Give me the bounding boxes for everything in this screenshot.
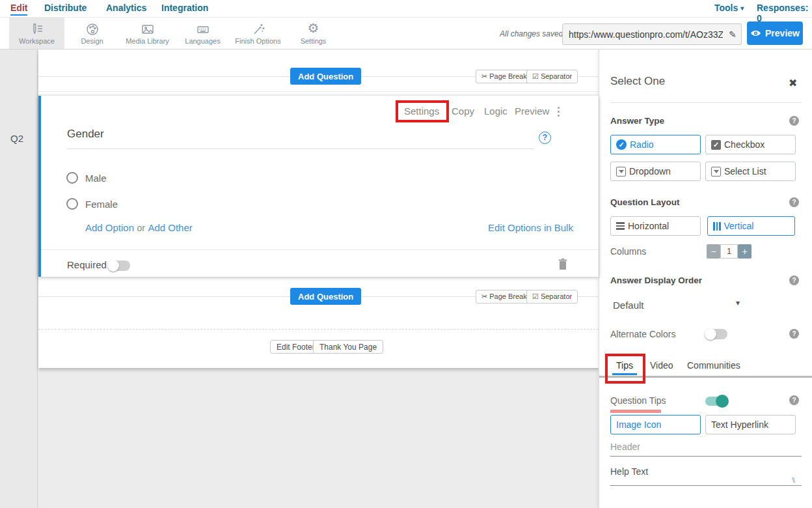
edit-options-in-bulk-link[interactable]: Edit Options in Bulk bbox=[488, 222, 573, 233]
radio-selected-icon: ✓ bbox=[616, 139, 627, 150]
columns-value[interactable]: 1 bbox=[720, 244, 738, 259]
workspace-icon bbox=[9, 20, 64, 36]
help-icon[interactable]: ? bbox=[789, 395, 799, 405]
editor-content: Q2 Add Question ✂Page Break ☑Separator S… bbox=[0, 49, 812, 508]
toolbar-tab-workspace[interactable]: Workspace bbox=[9, 18, 64, 49]
page-break-button-top[interactable]: ✂Page Break bbox=[476, 70, 533, 83]
header-input[interactable] bbox=[610, 440, 802, 457]
survey-url-input[interactable] bbox=[563, 29, 724, 40]
columns-increase-button[interactable]: + bbox=[738, 244, 751, 259]
horizontal-lines-icon bbox=[616, 222, 625, 230]
help-icon[interactable]: ? bbox=[789, 329, 799, 339]
required-toggle[interactable] bbox=[108, 261, 130, 271]
survey-url-field[interactable]: ✎ bbox=[562, 23, 742, 45]
checkbox-icon: ✓ bbox=[711, 140, 721, 150]
question-title[interactable]: Gender bbox=[67, 128, 104, 141]
vertical-bars-icon bbox=[713, 222, 721, 231]
layout-horizontal-button[interactable]: Horizontal bbox=[610, 216, 701, 236]
help-text-input[interactable] bbox=[610, 472, 802, 486]
radio-label: Radio bbox=[630, 139, 654, 150]
question-logic-action[interactable]: Logic bbox=[484, 106, 508, 117]
preview-button[interactable]: Preview bbox=[747, 21, 803, 45]
toolbar-tab-finish-options[interactable]: Finish Options bbox=[230, 18, 286, 49]
edit-pencil-icon[interactable]: ✎ bbox=[724, 29, 741, 40]
toolbar-tab-label: Design bbox=[64, 37, 120, 45]
tools-label: Tools bbox=[714, 3, 738, 13]
toolbar-tab-design[interactable]: Design bbox=[64, 18, 120, 49]
option-links-row: Add Option or Add Other bbox=[85, 222, 193, 234]
question-settings-action[interactable]: Settings bbox=[404, 106, 439, 117]
checkbox-label: Checkbox bbox=[724, 139, 765, 150]
separator-button-bottom[interactable]: ☑Separator bbox=[526, 290, 578, 303]
add-question-button-top[interactable]: Add Question bbox=[290, 68, 361, 85]
editor-toolbar: Workspace Design Media Library Languages… bbox=[0, 18, 812, 49]
question-title-underline bbox=[67, 148, 534, 149]
panel-title: Select One bbox=[610, 75, 665, 88]
text-hyperlink-button[interactable]: Text Hyperlink bbox=[705, 415, 796, 434]
answer-display-order-label: Answer Display Order bbox=[610, 275, 702, 285]
toolbar-tab-label: Media Library bbox=[120, 37, 175, 45]
nav-edit[interactable]: Edit bbox=[10, 3, 27, 16]
separator-button-top[interactable]: ☑Separator bbox=[526, 70, 578, 83]
answer-type-dropdown-button[interactable]: Dropdown bbox=[610, 162, 701, 181]
question-copy-action[interactable]: Copy bbox=[452, 106, 474, 117]
question-tips-toggle[interactable] bbox=[705, 397, 727, 406]
chevron-down-icon: ▾ bbox=[740, 5, 744, 12]
save-status-text: All changes saved bbox=[500, 29, 563, 38]
option-radio-female[interactable] bbox=[66, 198, 78, 210]
option-label-male[interactable]: Male bbox=[85, 173, 107, 184]
question-preview-action[interactable]: Preview bbox=[515, 106, 549, 117]
option-radio-male[interactable] bbox=[66, 172, 78, 184]
help-icon[interactable]: ? bbox=[789, 197, 799, 207]
top-nav-bar: Edit Distribute Analytics Integration To… bbox=[0, 0, 812, 18]
question-layout-label: Question Layout bbox=[610, 197, 680, 207]
display-order-select[interactable]: Default bbox=[613, 300, 644, 311]
tab-video[interactable]: Video bbox=[650, 360, 673, 371]
thank-you-page-button[interactable]: Thank You Page bbox=[313, 340, 383, 354]
answer-type-radio-button[interactable]: ✓ Radio bbox=[610, 135, 701, 154]
select-list-label: Select List bbox=[724, 166, 766, 176]
checkbox-icon: ☑ bbox=[532, 292, 539, 301]
nav-integration[interactable]: Integration bbox=[161, 3, 208, 13]
tab-tips[interactable]: Tips bbox=[616, 360, 633, 371]
help-icon[interactable]: ? bbox=[789, 275, 799, 285]
kebab-menu-icon[interactable] bbox=[556, 106, 561, 118]
nav-distribute[interactable]: Distribute bbox=[44, 3, 87, 13]
keyboard-icon bbox=[175, 20, 230, 36]
image-icon bbox=[120, 20, 175, 36]
chevron-down-icon[interactable]: ▾ bbox=[736, 298, 740, 307]
layout-vertical-button[interactable]: Vertical bbox=[707, 216, 795, 236]
tools-menu[interactable]: Tools ▾ bbox=[714, 3, 744, 13]
toolbar-tab-media-library[interactable]: Media Library bbox=[120, 18, 175, 49]
answer-type-select-list-button[interactable]: Select List bbox=[705, 162, 796, 181]
tab-communities[interactable]: Communities bbox=[687, 360, 740, 371]
or-text: or bbox=[137, 223, 145, 233]
palette-icon bbox=[64, 20, 120, 36]
dropdown-label: Dropdown bbox=[629, 166, 671, 176]
close-icon[interactable]: ✖ bbox=[789, 77, 797, 89]
survey-page: Add Question ✂Page Break ☑Separator Sett… bbox=[38, 49, 599, 368]
alternate-colors-toggle[interactable] bbox=[705, 329, 727, 339]
toolbar-tab-languages[interactable]: Languages bbox=[175, 18, 230, 49]
toolbar-tab-settings[interactable]: ⚙ Settings bbox=[286, 18, 341, 49]
image-icon-button[interactable]: Image Icon bbox=[610, 415, 701, 434]
separator-label: Separator bbox=[541, 292, 572, 300]
add-option-link[interactable]: Add Option bbox=[85, 222, 134, 233]
tabbar-shadow bbox=[599, 376, 812, 378]
option-label-female[interactable]: Female bbox=[85, 199, 118, 210]
answer-type-checkbox-button[interactable]: ✓ Checkbox bbox=[705, 135, 796, 154]
help-icon[interactable]: ? bbox=[789, 116, 799, 126]
active-tab-underline bbox=[612, 373, 637, 375]
horizontal-label: Horizontal bbox=[628, 221, 669, 231]
question-help-icon[interactable]: ? bbox=[539, 132, 551, 144]
trash-icon[interactable] bbox=[558, 258, 568, 273]
add-other-link[interactable]: Add Other bbox=[148, 222, 192, 233]
columns-decrease-button[interactable]: − bbox=[707, 244, 720, 259]
nav-analytics[interactable]: Analytics bbox=[106, 3, 146, 13]
page-break-button-bottom[interactable]: ✂Page Break bbox=[476, 290, 533, 303]
responses-count[interactable]: Responses: 0 bbox=[757, 3, 812, 23]
question-tips-label: Question Tips bbox=[610, 395, 666, 406]
add-question-button-bottom[interactable]: Add Question bbox=[290, 288, 361, 305]
alternate-colors-label: Alternate Colors bbox=[610, 329, 675, 339]
divider bbox=[610, 102, 802, 103]
